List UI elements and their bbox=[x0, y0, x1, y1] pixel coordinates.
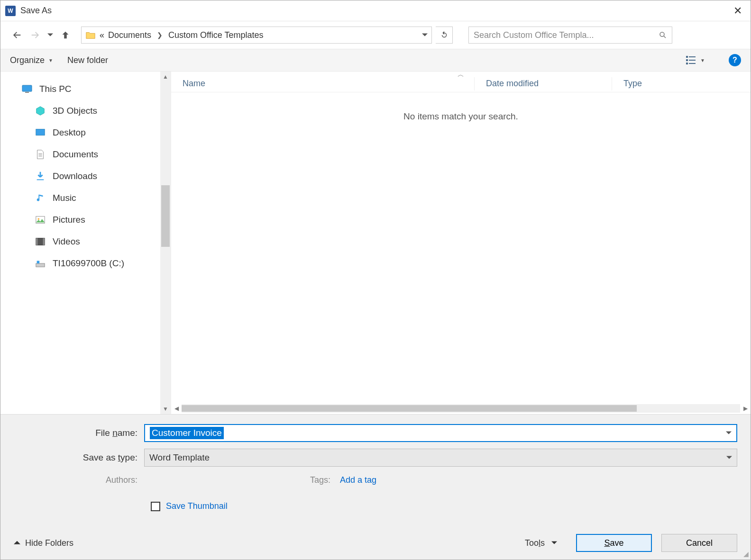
folder-tree[interactable]: This PC 3D Objects Desktop Documents bbox=[0, 72, 160, 414]
new-folder-button[interactable]: New folder bbox=[67, 55, 108, 65]
add-tag-link[interactable]: Add a tag bbox=[340, 475, 376, 485]
search-placeholder: Search Custom Office Templa... bbox=[474, 30, 594, 40]
svg-rect-6 bbox=[689, 63, 696, 64]
column-name[interactable]: Name bbox=[171, 77, 475, 90]
recent-dropdown[interactable] bbox=[46, 28, 55, 42]
tree-item[interactable]: Downloads bbox=[0, 165, 160, 187]
svg-rect-1 bbox=[686, 56, 688, 58]
word-icon: W bbox=[5, 6, 16, 16]
window-title: Save As bbox=[20, 6, 730, 16]
titlebar: W Save As ✕ bbox=[0, 0, 751, 21]
sidebar-scrollbar[interactable]: ▲ ▼ bbox=[160, 72, 171, 414]
collapse-tab-icon[interactable]: ︿ bbox=[458, 71, 464, 79]
chevron-up-icon bbox=[14, 540, 20, 546]
authors-label: Authors: bbox=[14, 475, 144, 485]
empty-message: No items match your search. bbox=[171, 111, 751, 122]
tree-item[interactable]: 3D Objects bbox=[0, 100, 160, 122]
chevron-down-icon: ▼ bbox=[700, 58, 705, 63]
breadcrumb-separator-icon: ❯ bbox=[157, 31, 163, 39]
close-button[interactable]: ✕ bbox=[730, 5, 746, 17]
tree-item[interactable]: Desktop bbox=[0, 122, 160, 144]
pictures-icon bbox=[35, 214, 46, 226]
breadcrumb-item[interactable]: Documents bbox=[108, 30, 151, 40]
type-combobox[interactable]: Word Template bbox=[144, 449, 737, 467]
hide-folders-button[interactable]: Hide Folders bbox=[14, 538, 73, 548]
save-thumbnail-label[interactable]: Save Thumbnail bbox=[166, 501, 228, 511]
tree-item-this-pc[interactable]: This PC bbox=[0, 78, 160, 100]
svg-rect-9 bbox=[36, 129, 45, 135]
chevron-down-icon[interactable] bbox=[726, 455, 732, 461]
up-button[interactable] bbox=[58, 28, 73, 42]
search-icon bbox=[659, 31, 667, 39]
document-icon bbox=[35, 149, 46, 160]
scroll-thumb[interactable] bbox=[182, 405, 637, 412]
scroll-down-icon[interactable]: ▼ bbox=[160, 406, 171, 412]
chevron-down-icon[interactable] bbox=[726, 430, 732, 436]
sidebar: This PC 3D Objects Desktop Documents bbox=[0, 72, 171, 414]
svg-rect-7 bbox=[22, 85, 32, 91]
scroll-right-icon[interactable]: ▶ bbox=[740, 405, 751, 412]
tree-item[interactable]: Videos bbox=[0, 231, 160, 253]
tags-label: Tags: bbox=[310, 475, 330, 485]
svg-rect-13 bbox=[36, 238, 38, 245]
help-button[interactable]: ? bbox=[729, 54, 741, 66]
refresh-button[interactable] bbox=[436, 27, 453, 44]
nav-bar: « Documents ❯ Custom Office Templates Se… bbox=[0, 21, 751, 49]
main-area: This PC 3D Objects Desktop Documents bbox=[0, 72, 751, 415]
svg-rect-4 bbox=[689, 60, 696, 61]
back-button[interactable] bbox=[10, 28, 24, 42]
view-icon bbox=[686, 56, 696, 64]
cube-icon bbox=[35, 105, 46, 117]
download-icon bbox=[35, 171, 46, 182]
column-type[interactable]: Type bbox=[612, 77, 751, 90]
save-thumbnail-checkbox[interactable] bbox=[151, 502, 160, 511]
filename-value: Customer Invoice bbox=[150, 427, 224, 439]
organize-button[interactable]: Organize ▼ bbox=[10, 55, 53, 65]
breadcrumb-prefix: « bbox=[100, 30, 104, 40]
column-date[interactable]: Date modified bbox=[475, 77, 612, 90]
horizontal-scrollbar[interactable]: ◀ ▶ bbox=[171, 403, 751, 414]
file-list: ︿ Name Date modified Type No items match… bbox=[171, 72, 751, 414]
monitor-icon bbox=[21, 83, 33, 95]
svg-rect-14 bbox=[43, 238, 45, 245]
breadcrumb-dropdown-icon[interactable] bbox=[422, 32, 428, 38]
tree-item[interactable]: Documents bbox=[0, 144, 160, 165]
svg-rect-15 bbox=[36, 263, 45, 267]
tree-item[interactable]: Pictures bbox=[0, 209, 160, 231]
breadcrumb[interactable]: « Documents ❯ Custom Office Templates bbox=[81, 27, 432, 44]
toolbar: Organize ▼ New folder ▼ ? bbox=[0, 49, 751, 72]
tree-item[interactable]: TI10699700B (C:) bbox=[0, 253, 160, 274]
videos-icon bbox=[35, 236, 46, 247]
search-input[interactable]: Search Custom Office Templa... bbox=[468, 27, 672, 44]
resize-grip-icon[interactable]: ◢ bbox=[743, 550, 749, 558]
chevron-down-icon: ▼ bbox=[48, 58, 53, 63]
scroll-up-icon[interactable]: ▲ bbox=[160, 73, 171, 80]
save-button[interactable]: Save bbox=[576, 534, 652, 552]
type-label: Save as type: bbox=[14, 452, 144, 463]
scroll-left-icon[interactable]: ◀ bbox=[171, 405, 182, 412]
svg-rect-3 bbox=[686, 59, 688, 61]
filename-input[interactable]: Customer Invoice bbox=[144, 424, 737, 442]
desktop-icon bbox=[35, 127, 46, 138]
folder-icon bbox=[85, 30, 96, 40]
bottom-panel: File name: Customer Invoice Save as type… bbox=[0, 415, 751, 560]
view-button[interactable]: ▼ bbox=[686, 56, 705, 64]
filename-label: File name: bbox=[14, 428, 144, 438]
type-value: Word Template bbox=[149, 452, 210, 463]
svg-rect-16 bbox=[37, 261, 40, 264]
chevron-down-icon bbox=[551, 540, 557, 546]
scroll-thumb[interactable] bbox=[161, 185, 170, 247]
forward-button[interactable] bbox=[28, 28, 42, 42]
cancel-button[interactable]: Cancel bbox=[661, 534, 737, 552]
svg-point-11 bbox=[38, 218, 40, 220]
svg-rect-5 bbox=[686, 63, 688, 64]
breadcrumb-item[interactable]: Custom Office Templates bbox=[168, 30, 263, 40]
tools-button[interactable]: Tools bbox=[525, 538, 557, 548]
svg-point-0 bbox=[660, 32, 664, 36]
svg-rect-2 bbox=[689, 56, 696, 57]
music-icon bbox=[35, 192, 46, 204]
tree-item[interactable]: Music bbox=[0, 187, 160, 209]
svg-rect-8 bbox=[25, 92, 29, 93]
drive-icon bbox=[35, 258, 46, 269]
